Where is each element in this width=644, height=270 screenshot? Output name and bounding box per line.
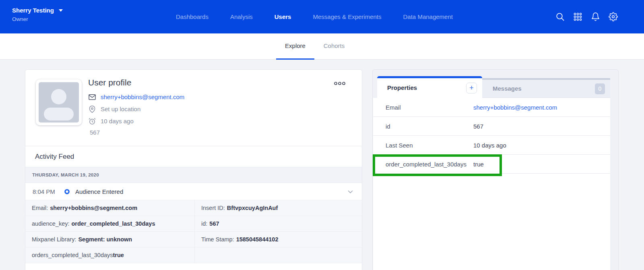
event-detail-cell: audience_key:order_completed_last_30days [25, 216, 195, 232]
event-detail-cell: Email:sherry+bobbins@segment.com [25, 200, 195, 216]
tab-explore[interactable]: Explore [276, 33, 314, 60]
event-detail-cell: Insert ID:BftvpxcuyAgInAuf [195, 200, 362, 216]
event-detail-cell: orders_completed_last_30daystrue [25, 247, 195, 263]
property-row-order-completed: order_completed_last_30days true [373, 155, 610, 174]
property-row-email: Email sherry+bobbins@segment.com [373, 98, 610, 117]
activity-date-header: THURSDAY, MARCH 19, 2020 [25, 167, 362, 183]
last-seen-text: 10 days ago [101, 118, 134, 125]
page-title: User profile [88, 78, 184, 87]
tab-properties[interactable]: Properties + [377, 76, 482, 98]
tab-messages[interactable]: Messages 0 [482, 78, 610, 98]
avatar-body-shape [44, 108, 74, 120]
activity-event-row[interactable]: 8:04 PM Audience Entered [25, 183, 362, 200]
messages-tab-label: Messages [493, 80, 522, 97]
avatar-head-shape [51, 89, 66, 104]
search-icon[interactable] [555, 12, 565, 21]
nav-item-data-management[interactable]: Data Management [403, 13, 453, 20]
event-type-icon [64, 189, 70, 195]
notifications-bell-icon[interactable] [591, 12, 600, 21]
event-detail-cell: id:567 [195, 216, 362, 232]
event-name: Audience Entered [75, 188, 123, 195]
user-email-link[interactable]: sherry+bobbins@segment.com [101, 93, 184, 100]
location-pin-icon [88, 105, 96, 113]
property-email-link[interactable]: sherry+bobbins@segment.com [473, 104, 557, 111]
event-detail-cell: Time Stamp:1585045844102 [195, 232, 362, 247]
property-row-last-seen: Last Seen 10 days ago [373, 136, 610, 155]
user-distinct-id: 567 [90, 129, 184, 136]
properties-tab-label: Properties [387, 78, 417, 97]
account-role: Owner [12, 16, 63, 22]
event-details-table: Email:sherry+bobbins@segment.com Insert … [25, 200, 362, 263]
nav-item-dashboards[interactable]: Dashboards [176, 13, 208, 20]
avatar [36, 79, 82, 125]
tab-cohorts[interactable]: Cohorts [321, 33, 347, 60]
alarm-clock-icon [88, 117, 96, 125]
top-nav: Sherry Testing Owner Dashboards Analysis… [0, 0, 644, 33]
nav-item-users[interactable]: Users [275, 13, 291, 20]
properties-card: Properties + Messages 0 Email sherry+bob… [372, 69, 619, 270]
event-time: 8:04 PM [33, 188, 64, 195]
active-tab-underline [276, 58, 314, 60]
mail-icon [88, 93, 96, 101]
set-up-location-link[interactable]: Set up location [101, 106, 140, 112]
chevron-down-icon [59, 9, 63, 12]
user-profile-card: User profile sherry+bobbins@segment.com … [25, 69, 362, 270]
property-row-id: id 567 [373, 117, 610, 136]
more-options-icon[interactable] [334, 81, 346, 86]
nav-item-messages-experiments[interactable]: Messages & Experiments [313, 13, 381, 20]
explore-cohorts-tabbar: Explore Cohorts [0, 33, 644, 60]
event-detail-cell: Mixpanel Library:Segment: unknown [25, 232, 195, 247]
activity-feed-title: Activity Feed [25, 146, 362, 167]
messages-count-badge: 0 [595, 83, 605, 94]
properties-table: Email sherry+bobbins@segment.com id 567 … [373, 98, 610, 270]
nav-item-analysis[interactable]: Analysis [230, 13, 253, 20]
event-detail-cell-empty [195, 247, 362, 263]
account-name[interactable]: Sherry Testing [12, 7, 54, 14]
settings-gear-icon[interactable] [609, 12, 618, 21]
nav-icon-group [555, 0, 618, 33]
chevron-down-icon[interactable] [348, 190, 353, 194]
apps-grid-icon[interactable] [573, 12, 582, 21]
account-switcher[interactable]: Sherry Testing Owner [12, 7, 63, 22]
primary-nav: Dashboards Analysis Users Messages & Exp… [176, 0, 453, 33]
add-property-button[interactable]: + [466, 83, 477, 93]
